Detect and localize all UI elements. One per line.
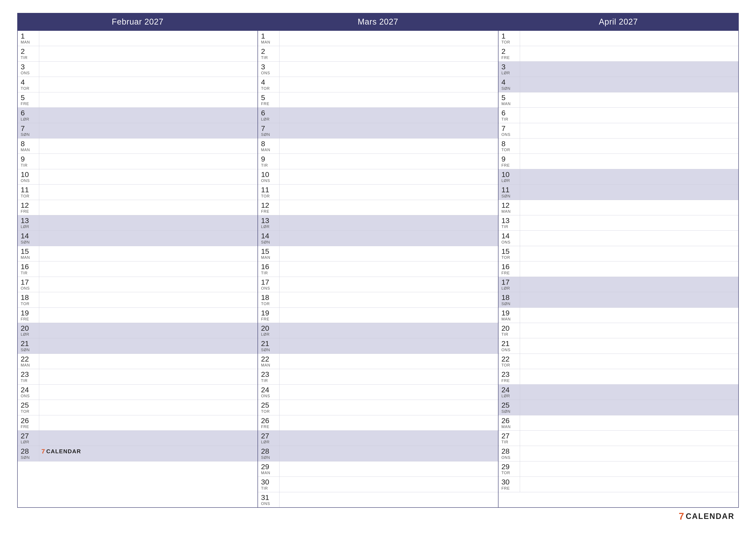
day-row: 13TIR: [499, 215, 738, 231]
day-name: TIR: [21, 56, 37, 60]
day-number: 8: [261, 140, 278, 148]
day-content: 7CALENDAR: [39, 446, 257, 461]
day-name: FRE: [21, 102, 37, 106]
day-content: [39, 185, 257, 200]
day-name: MAN: [261, 363, 278, 368]
day-number-col: 10LØR: [499, 169, 520, 184]
day-name: SØN: [21, 455, 37, 460]
day-row: 30TIR: [258, 477, 498, 492]
day-number: 8: [21, 140, 37, 148]
day-number: 15: [501, 247, 518, 255]
day-row: 15MAN: [258, 246, 498, 261]
day-name: TIR: [501, 332, 518, 337]
day-number-col: 11TOR: [258, 185, 280, 200]
day-number: 23: [501, 370, 518, 378]
day-number: 20: [21, 324, 37, 332]
day-number-col: 6LØR: [258, 108, 280, 123]
day-row: 22TOR: [499, 354, 738, 369]
day-row: 16FRE: [499, 261, 738, 277]
day-row: 28ONS: [499, 446, 738, 461]
day-number-col: 15MAN: [258, 246, 280, 261]
day-number: 24: [501, 386, 518, 394]
day-number-col: 23FRE: [499, 369, 520, 384]
day-name: ONS: [21, 286, 37, 291]
day-row: 18TOR: [18, 292, 257, 308]
day-number-col: 28SØN: [18, 446, 39, 461]
day-number-col: 25SØN: [499, 400, 520, 415]
day-name: MAN: [501, 425, 518, 429]
day-number-col: 4TOR: [258, 77, 280, 92]
day-row: 4TOR: [18, 77, 257, 92]
day-content: [520, 261, 738, 276]
day-number-col: 1TOR: [499, 31, 520, 46]
day-content: [39, 200, 257, 215]
day-number: 9: [261, 155, 278, 163]
day-name: TIR: [501, 117, 518, 122]
day-row: 15TOR: [499, 246, 738, 261]
day-row: 5FRE: [258, 92, 498, 108]
day-number: 11: [261, 186, 278, 194]
day-number: 24: [261, 386, 278, 394]
day-content: [39, 123, 257, 138]
day-number-col: 18TOR: [258, 292, 280, 307]
day-content: [280, 461, 498, 476]
day-number: 14: [501, 232, 518, 240]
day-number: 26: [501, 417, 518, 425]
day-number: 30: [501, 478, 518, 486]
day-row: 23FRE: [499, 369, 738, 384]
day-number-col: 16TIR: [18, 261, 39, 276]
day-number: 27: [21, 432, 37, 440]
day-content: [39, 108, 257, 123]
day-name: MAN: [21, 255, 37, 260]
day-content: [39, 431, 257, 446]
day-number-col: 17LØR: [499, 277, 520, 292]
day-row: 6TIR: [499, 108, 738, 123]
day-content: [39, 31, 257, 46]
day-name: LØR: [261, 332, 278, 337]
day-name: FRE: [261, 102, 278, 106]
day-name: LØR: [21, 332, 37, 337]
day-number-col: 21SØN: [258, 338, 280, 353]
day-number: 6: [501, 109, 518, 117]
day-content: [280, 369, 498, 384]
day-name: SØN: [501, 86, 518, 91]
day-number: 17: [261, 278, 278, 286]
day-row: 25SØN: [499, 400, 738, 415]
day-number-col: 8MAN: [258, 139, 280, 154]
day-row: 20TIR: [499, 323, 738, 338]
day-row: 3LØR: [499, 62, 738, 77]
day-number-col: 22MAN: [18, 354, 39, 369]
day-name: MAN: [261, 40, 278, 44]
day-content: [280, 231, 498, 246]
day-row: 11SØN: [499, 185, 738, 200]
day-content: [280, 169, 498, 184]
day-number: 4: [21, 78, 37, 86]
day-content: [39, 369, 257, 384]
day-content: [280, 354, 498, 369]
day-row: 7SØN: [258, 123, 498, 139]
day-row: 22MAN: [18, 354, 257, 369]
day-name: MAN: [501, 102, 518, 106]
day-name: TOR: [261, 409, 278, 414]
day-number-col: 1MAN: [258, 31, 280, 46]
day-number: 13: [21, 216, 37, 225]
day-name: TOR: [261, 194, 278, 198]
day-content: [520, 185, 738, 200]
day-number: 7: [501, 124, 518, 132]
day-number: 14: [261, 232, 278, 240]
day-number-col: 21SØN: [18, 338, 39, 353]
day-name: LØR: [501, 71, 518, 75]
day-number-col: 1MAN: [18, 31, 39, 46]
day-row: 3ONS: [258, 62, 498, 77]
day-number: 19: [501, 309, 518, 317]
day-content: [520, 62, 738, 77]
day-row: 2TIR: [18, 46, 257, 62]
day-content: [520, 246, 738, 261]
day-row: 14ONS: [499, 231, 738, 246]
day-number: 27: [501, 432, 518, 440]
day-name: ONS: [501, 132, 518, 137]
day-content: [280, 62, 498, 77]
day-row: 27LØR: [258, 431, 498, 446]
day-number-col: 7SØN: [258, 123, 280, 138]
day-content: [280, 200, 498, 215]
